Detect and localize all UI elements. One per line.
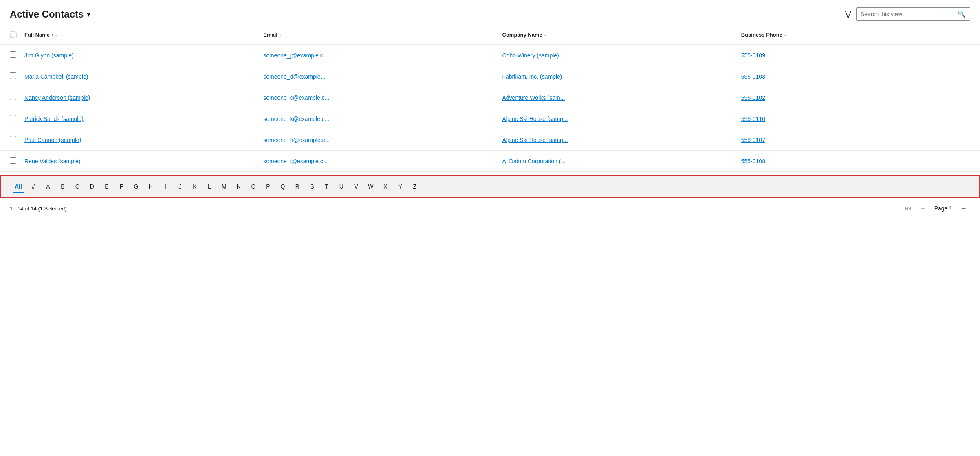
alpha-item-#[interactable]: #	[26, 180, 41, 193]
cell-full-name[interactable]: Patrick Sands (sample)	[24, 116, 263, 122]
full-name-link[interactable]: Nancy Anderson (sample)	[24, 94, 90, 101]
column-header-full-name[interactable]: Full Name ↑ ↓	[24, 32, 263, 38]
filter-icon[interactable]: ⋁	[845, 10, 851, 19]
search-input[interactable]	[861, 11, 958, 18]
cell-company[interactable]: Coho Winery (sample)	[502, 52, 741, 59]
alpha-item-s[interactable]: S	[305, 180, 319, 193]
row-check-cell[interactable]	[0, 72, 24, 80]
row-check-cell[interactable]	[0, 51, 24, 59]
cell-phone[interactable]: 555-0108	[741, 158, 980, 164]
next-page-button[interactable]: →	[957, 203, 970, 214]
first-page-button[interactable]: ⏮	[902, 203, 915, 214]
cell-email[interactable]: someone_k@example.c...	[263, 116, 502, 122]
alpha-item-x[interactable]: X	[378, 180, 393, 193]
alpha-item-f[interactable]: F	[114, 180, 129, 193]
cell-email[interactable]: someone_h@example.c...	[263, 137, 502, 143]
phone-link[interactable]: 555-0109	[741, 52, 765, 59]
search-box[interactable]: 🔍	[856, 7, 970, 21]
alpha-item-e[interactable]: E	[99, 180, 114, 193]
table-row[interactable]: Nancy Anderson (sample) someone_c@exampl…	[0, 87, 980, 108]
cell-email[interactable]: someone_j@example.c...	[263, 52, 502, 59]
cell-full-name[interactable]: Maria Campbell (sample)	[24, 73, 263, 80]
alpha-item-b[interactable]: B	[55, 180, 70, 193]
phone-link[interactable]: 555-0107	[741, 137, 765, 143]
cell-phone[interactable]: 555-0102	[741, 94, 980, 101]
cell-phone[interactable]: 555-0109	[741, 52, 980, 59]
full-name-link[interactable]: Rene Valdes (sample)	[24, 158, 80, 164]
company-link[interactable]: A. Datum Corporation (...	[502, 158, 566, 164]
alpha-item-v[interactable]: V	[349, 180, 363, 193]
row-checkbox[interactable]	[10, 72, 16, 79]
alpha-item-h[interactable]: H	[143, 180, 158, 193]
company-link[interactable]: Alpine Ski House (samp...	[502, 116, 568, 122]
alpha-item-all[interactable]: All	[11, 180, 26, 193]
alpha-item-c[interactable]: C	[70, 180, 85, 193]
phone-link[interactable]: 555-0110	[741, 116, 765, 122]
cell-phone[interactable]: 555-0110	[741, 116, 980, 122]
alpha-item-i[interactable]: I	[158, 180, 173, 193]
cell-email[interactable]: someone_i@example.c...	[263, 158, 502, 164]
title-dropdown-icon[interactable]: ▾	[87, 10, 90, 19]
phone-link[interactable]: 555-0102	[741, 94, 765, 101]
row-check-cell[interactable]	[0, 136, 24, 144]
cell-full-name[interactable]: Jim Glynn (sample)	[24, 52, 263, 59]
alpha-item-t[interactable]: T	[319, 180, 334, 193]
row-checkbox[interactable]	[10, 94, 16, 100]
alpha-item-r[interactable]: R	[290, 180, 305, 193]
alpha-item-k[interactable]: K	[187, 180, 202, 193]
table-row[interactable]: Jim Glynn (sample) someone_j@example.c..…	[0, 45, 980, 66]
company-link[interactable]: Coho Winery (sample)	[502, 52, 559, 59]
alpha-item-q[interactable]: Q	[275, 180, 290, 193]
table-row[interactable]: Maria Campbell (sample) someone_d@exampl…	[0, 66, 980, 87]
company-link[interactable]: Alpine Ski House (samp...	[502, 137, 568, 143]
alpha-item-m[interactable]: M	[217, 180, 231, 193]
cell-company[interactable]: A. Datum Corporation (...	[502, 158, 741, 164]
cell-phone[interactable]: 555-0103	[741, 73, 980, 80]
table-row[interactable]: Rene Valdes (sample) someone_i@example.c…	[0, 151, 980, 172]
cell-email[interactable]: someone_d@example....	[263, 73, 502, 80]
phone-link[interactable]: 555-0103	[741, 73, 765, 80]
alpha-item-u[interactable]: U	[334, 180, 349, 193]
phone-link[interactable]: 555-0108	[741, 158, 765, 164]
column-header-email[interactable]: Email ↓	[263, 32, 502, 38]
table-row[interactable]: Paul Cannon (sample) someone_h@example.c…	[0, 129, 980, 151]
full-name-link[interactable]: Jim Glynn (sample)	[24, 52, 74, 59]
cell-company[interactable]: Alpine Ski House (samp...	[502, 137, 741, 143]
cell-company[interactable]: Fabrikam, Inc. (sample)	[502, 73, 741, 80]
column-header-business-phone[interactable]: Business Phone ↓	[741, 32, 980, 38]
alpha-item-w[interactable]: W	[363, 180, 378, 193]
row-check-cell[interactable]	[0, 115, 24, 123]
cell-email[interactable]: someone_c@example.c...	[263, 94, 502, 101]
alpha-item-y[interactable]: Y	[393, 180, 407, 193]
table-row[interactable]: Patrick Sands (sample) someone_k@example…	[0, 108, 980, 129]
row-checkbox[interactable]	[10, 157, 16, 164]
full-name-link[interactable]: Maria Campbell (sample)	[24, 73, 88, 80]
select-all-checkbox[interactable]	[10, 31, 17, 38]
company-link[interactable]: Fabrikam, Inc. (sample)	[502, 73, 562, 80]
alpha-item-g[interactable]: G	[129, 180, 143, 193]
alpha-item-l[interactable]: L	[202, 180, 217, 193]
alpha-item-p[interactable]: P	[261, 180, 275, 193]
cell-full-name[interactable]: Nancy Anderson (sample)	[24, 94, 263, 101]
prev-page-button[interactable]: ←	[916, 203, 929, 214]
alpha-item-n[interactable]: N	[231, 180, 246, 193]
cell-company[interactable]: Alpine Ski House (samp...	[502, 116, 741, 122]
row-checkbox[interactable]	[10, 136, 16, 142]
cell-full-name[interactable]: Paul Cannon (sample)	[24, 137, 263, 143]
full-name-link[interactable]: Patrick Sands (sample)	[24, 116, 84, 122]
cell-full-name[interactable]: Rene Valdes (sample)	[24, 158, 263, 164]
column-header-company-name[interactable]: Company Name ↓	[502, 32, 741, 38]
cell-phone[interactable]: 555-0107	[741, 137, 980, 143]
row-checkbox[interactable]	[10, 115, 16, 121]
alpha-item-a[interactable]: A	[41, 180, 55, 193]
company-link[interactable]: Adventure Works (sam...	[502, 94, 565, 101]
row-check-cell[interactable]	[0, 157, 24, 165]
row-check-cell[interactable]	[0, 94, 24, 101]
row-checkbox[interactable]	[10, 51, 16, 58]
full-name-link[interactable]: Paul Cannon (sample)	[24, 137, 81, 143]
alpha-item-o[interactable]: O	[246, 180, 261, 193]
cell-company[interactable]: Adventure Works (sam...	[502, 94, 741, 101]
alpha-item-z[interactable]: Z	[407, 180, 422, 193]
alpha-item-j[interactable]: J	[173, 180, 187, 193]
alpha-item-d[interactable]: D	[85, 180, 99, 193]
